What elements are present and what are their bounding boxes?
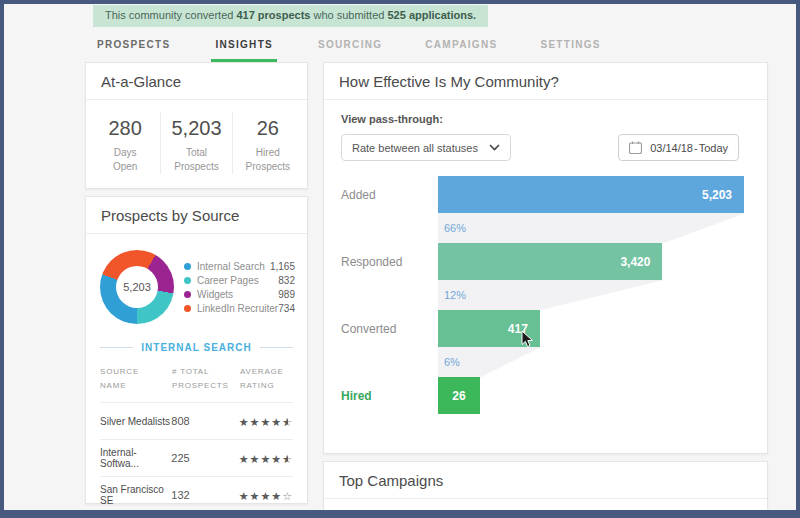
date-range-separator: - — [694, 142, 698, 154]
filter-row: Rate between all statuses 03/14/18 - Tod… — [341, 134, 750, 161]
dashboard-page: This community converted 417 prospects w… — [4, 4, 796, 510]
legend-item-internal-search: Internal Search 1,165 — [184, 261, 295, 272]
pass-rate-responded-converted: 12% — [444, 289, 466, 301]
date-range-picker[interactable]: 03/14/18 - Today — [618, 134, 739, 161]
funnel-row-added: Added 5,203 — [341, 176, 744, 213]
internal-search-table: SOURCE NAME # TOTAL PROSPECTS AVERAGE RA… — [100, 357, 293, 510]
banner-text: who submitted — [310, 9, 387, 21]
funnel-bar-responded[interactable]: 3,420 — [438, 243, 663, 280]
stat-value: 26 — [233, 117, 303, 140]
filter-block: View pass-through: Rate between all stat… — [324, 100, 767, 161]
banner-bold-applications: 525 applications. — [387, 9, 476, 21]
at-a-glance-title: At-a-Glance — [86, 63, 307, 100]
col-header-average-rating: AVERAGE RATING — [240, 365, 293, 392]
funnel-connector: 66% — [438, 213, 746, 243]
app-window: This community converted 417 prospects w… — [0, 0, 800, 518]
star-rating: ★★★★☆ — [239, 486, 293, 504]
legend-dot-icon — [184, 291, 191, 298]
stat-value: 280 — [90, 117, 160, 140]
legend-dot-icon — [184, 305, 191, 312]
conversion-banner: This community converted 417 prospects w… — [93, 5, 488, 27]
funnel-row-hired: Hired 26 — [341, 377, 744, 414]
effectiveness-title: How Effective Is My Community? — [324, 63, 767, 100]
legend-item-career-pages: Career Pages 832 — [184, 275, 295, 286]
star-full-icons: ★★★★ — [239, 490, 282, 502]
star-empty-icon: ☆ — [282, 490, 293, 502]
top-campaigns-card: Top Campaigns CAMPAIGN # — [323, 461, 768, 510]
funnel-connector: 12% — [438, 280, 746, 310]
legend-item-widgets: Widgets 989 — [184, 289, 295, 300]
top-campaigns-title: Top Campaigns — [324, 462, 767, 499]
campaigns-header-row: CAMPAIGN # — [324, 499, 767, 510]
prospects-by-source-card: Prospects by Source 5,203 Internal Searc… — [85, 196, 308, 504]
funnel-connector: 6% — [438, 347, 746, 377]
legend-dot-icon — [184, 277, 191, 284]
funnel-row-converted: Converted 417 — [341, 310, 744, 347]
tab-sourcing[interactable]: SOURCING — [316, 35, 384, 62]
table-row: Internal- Softwa... 225 ★★★★☆★ — [100, 439, 293, 476]
star-half-icon: ☆★ — [282, 453, 293, 466]
star-rating: ★★★★☆★ — [239, 449, 293, 467]
banner-bold-prospects: 417 prospects — [236, 9, 310, 21]
stat-label: Hired Prospects — [233, 146, 303, 174]
donut-chart: 5,203 — [100, 250, 174, 324]
date-range-start: 03/14/18 — [650, 142, 693, 154]
legend-dot-icon — [184, 263, 191, 270]
star-full-icons: ★★★★ — [239, 416, 282, 428]
funnel-chart: Added 5,203 66% Responded 3,420 12% Conv… — [324, 161, 767, 414]
donut-legend: Internal Search 1,165 Career Pages 832 W… — [184, 258, 295, 317]
main-nav: PROSPECTS INSIGHTS SOURCING CAMPAIGNS SE… — [95, 35, 603, 62]
table-row: San Francisco SE 132 ★★★★☆ — [100, 476, 293, 510]
pass-rate-added-responded: 66% — [444, 222, 466, 234]
stat-value: 5,203 — [161, 117, 231, 140]
star-rating: ★★★★☆★ — [239, 412, 293, 430]
stat-label: Total Prospects — [161, 146, 231, 174]
dropdown-selected-value: Rate between all statuses — [352, 142, 489, 154]
table-row: Silver Medalists 808 ★★★★☆★ — [100, 402, 293, 439]
col-header-total-prospects: # TOTAL PROSPECTS — [172, 365, 240, 392]
banner-text: This community converted — [105, 9, 236, 21]
tab-prospects[interactable]: PROSPECTS — [95, 35, 172, 62]
col-header-campaign: CAMPAIGN — [341, 508, 506, 510]
star-full-icons: ★★★★ — [239, 453, 282, 465]
funnel-row-responded: Responded 3,420 — [341, 243, 744, 280]
status-filter-dropdown[interactable]: Rate between all statuses — [341, 134, 511, 161]
funnel-bar-hired[interactable]: 26 — [438, 377, 481, 414]
calendar-icon — [629, 141, 642, 154]
tab-insights[interactable]: INSIGHTS — [211, 35, 277, 62]
date-range-end: Today — [699, 142, 728, 154]
stat-label: Days Open — [90, 146, 160, 174]
tab-campaigns[interactable]: CAMPAIGNS — [423, 35, 499, 62]
donut-chart-row: 5,203 Internal Search 1,165 Career Pages… — [86, 234, 307, 336]
tab-settings[interactable]: SETTINGS — [538, 35, 602, 62]
funnel-bar-added[interactable]: 5,203 — [438, 176, 744, 213]
stat-hired-prospects: 26 Hired Prospects — [232, 112, 303, 174]
internal-search-section-header: INTERNAL SEARCH — [100, 342, 293, 353]
col-header-source-name: SOURCE NAME — [100, 365, 172, 392]
funnel-bar-converted[interactable]: 417 — [438, 310, 540, 347]
glance-stats: 280 Days Open 5,203 Total Prospects 26 H… — [86, 100, 307, 186]
stat-total-prospects: 5,203 Total Prospects — [160, 112, 231, 174]
prospects-by-source-title: Prospects by Source — [86, 197, 307, 234]
col-header-count: # — [506, 508, 511, 510]
at-a-glance-card: At-a-Glance 280 Days Open 5,203 Total Pr… — [85, 62, 308, 189]
stat-days-open: 280 Days Open — [90, 112, 160, 174]
table-header-row: SOURCE NAME # TOTAL PROSPECTS AVERAGE RA… — [100, 357, 293, 402]
star-half-icon: ☆★ — [282, 416, 293, 429]
pass-rate-converted-hired: 6% — [444, 356, 460, 368]
legend-item-linkedin-recruiter: LinkedIn Recruiter 734 — [184, 303, 295, 314]
chevron-down-icon — [489, 144, 500, 151]
donut-center-value: 5,203 — [116, 266, 158, 308]
pass-through-label: View pass-through: — [341, 113, 750, 125]
effectiveness-card: How Effective Is My Community? View pass… — [323, 62, 768, 454]
